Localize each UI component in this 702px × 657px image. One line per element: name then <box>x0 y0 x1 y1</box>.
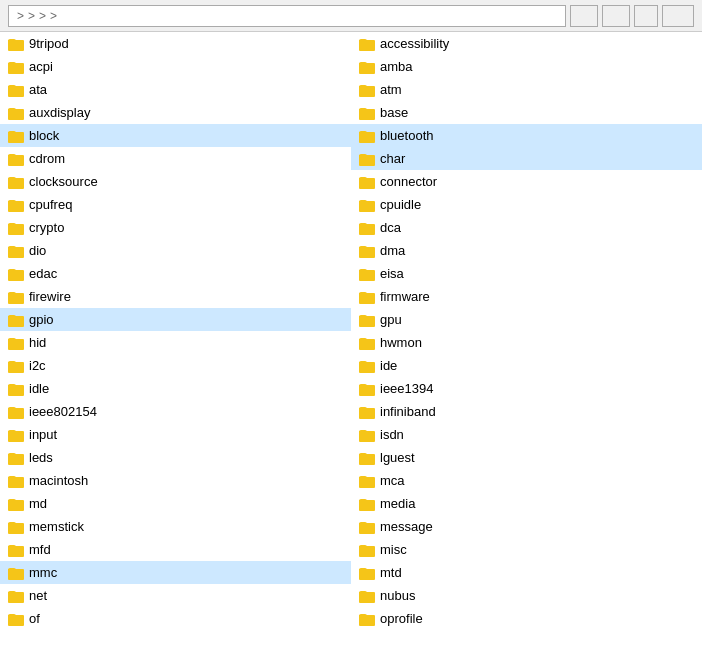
list-item[interactable]: base <box>351 101 702 124</box>
list-item[interactable]: atm <box>351 78 702 101</box>
list-item[interactable]: ide <box>351 354 702 377</box>
list-item[interactable]: media <box>351 492 702 515</box>
folder-name: acpi <box>29 59 53 74</box>
dropdown-button[interactable] <box>570 5 598 27</box>
list-item[interactable]: acpi <box>0 55 351 78</box>
folder-icon <box>359 566 375 580</box>
folder-icon <box>8 244 24 258</box>
folder-icon <box>8 428 24 442</box>
titlebar: > > > > <box>0 0 702 32</box>
folder-icon <box>8 566 24 580</box>
folder-name: char <box>380 151 405 166</box>
list-item[interactable]: ieee802154 <box>0 400 351 423</box>
list-item[interactable]: message <box>351 515 702 538</box>
folder-icon <box>8 37 24 51</box>
folder-icon <box>359 589 375 603</box>
list-item[interactable]: leds <box>0 446 351 469</box>
folder-name: amba <box>380 59 413 74</box>
folder-icon <box>359 336 375 350</box>
list-item[interactable]: cdrom <box>0 147 351 170</box>
folder-icon <box>8 83 24 97</box>
folder-name: memstick <box>29 519 84 534</box>
list-item[interactable]: connector <box>351 170 702 193</box>
folder-name: oprofile <box>380 611 423 626</box>
list-item[interactable]: mca <box>351 469 702 492</box>
folder-icon <box>8 382 24 396</box>
list-item[interactable]: nubus <box>351 584 702 607</box>
list-item[interactable]: dma <box>351 239 702 262</box>
list-item[interactable]: macintosh <box>0 469 351 492</box>
list-item[interactable]: bluetooth <box>351 124 702 147</box>
list-item[interactable]: cpufreq <box>0 193 351 216</box>
folder-name: misc <box>380 542 407 557</box>
folder-name: cpuidle <box>380 197 421 212</box>
folder-name: mca <box>380 473 405 488</box>
folder-name: net <box>29 588 47 603</box>
folder-icon <box>359 83 375 97</box>
folder-name: dma <box>380 243 405 258</box>
breadcrumb[interactable]: > > > > <box>8 5 566 27</box>
list-item[interactable]: md <box>0 492 351 515</box>
folder-icon <box>359 152 375 166</box>
refresh-button[interactable] <box>602 5 630 27</box>
folder-icon <box>8 175 24 189</box>
folder-icon <box>359 474 375 488</box>
list-item[interactable]: net <box>0 584 351 607</box>
list-item[interactable]: eisa <box>351 262 702 285</box>
list-item[interactable]: mmc <box>0 561 351 584</box>
lang-button[interactable] <box>662 5 694 27</box>
list-item[interactable]: ata <box>0 78 351 101</box>
list-item[interactable]: clocksource <box>0 170 351 193</box>
folder-icon <box>359 198 375 212</box>
list-item[interactable]: infiniband <box>351 400 702 423</box>
list-item[interactable]: hwmon <box>351 331 702 354</box>
folder-name: nubus <box>380 588 415 603</box>
list-item[interactable]: idle <box>0 377 351 400</box>
list-item[interactable]: edac <box>0 262 351 285</box>
folder-name: md <box>29 496 47 511</box>
list-item[interactable]: input <box>0 423 351 446</box>
list-item[interactable]: of <box>0 607 351 630</box>
folder-name: bluetooth <box>380 128 434 143</box>
list-item[interactable]: auxdisplay <box>0 101 351 124</box>
list-item[interactable]: misc <box>351 538 702 561</box>
folder-icon <box>359 520 375 534</box>
list-item[interactable]: amba <box>351 55 702 78</box>
list-item[interactable]: mtd <box>351 561 702 584</box>
list-item[interactable]: firmware <box>351 285 702 308</box>
list-item[interactable]: isdn <box>351 423 702 446</box>
folder-name: idle <box>29 381 49 396</box>
list-item[interactable]: char <box>351 147 702 170</box>
folder-icon <box>359 313 375 327</box>
folder-name: base <box>380 105 408 120</box>
list-item[interactable]: hid <box>0 331 351 354</box>
list-item[interactable]: cpuidle <box>351 193 702 216</box>
folder-icon <box>359 267 375 281</box>
list-item[interactable]: 9tripod <box>0 32 351 55</box>
list-item[interactable]: dio <box>0 239 351 262</box>
folder-name: dca <box>380 220 401 235</box>
folder-icon <box>359 451 375 465</box>
list-item[interactable]: ieee1394 <box>351 377 702 400</box>
folder-icon <box>8 313 24 327</box>
list-item[interactable]: crypto <box>0 216 351 239</box>
list-item[interactable]: dca <box>351 216 702 239</box>
list-item[interactable]: gpio <box>0 308 351 331</box>
list-item[interactable]: block <box>0 124 351 147</box>
breadcrumb-sep-4: > <box>50 9 57 23</box>
list-item[interactable]: firewire <box>0 285 351 308</box>
list-item[interactable]: oprofile <box>351 607 702 630</box>
folder-icon <box>8 451 24 465</box>
list-item[interactable]: mfd <box>0 538 351 561</box>
folder-name: macintosh <box>29 473 88 488</box>
list-item[interactable]: lguest <box>351 446 702 469</box>
list-item[interactable]: gpu <box>351 308 702 331</box>
file-list: 9tripodacpiataauxdisplayblockcdromclocks… <box>0 32 702 657</box>
folder-icon <box>359 612 375 626</box>
list-item[interactable]: memstick <box>0 515 351 538</box>
list-item[interactable]: accessibility <box>351 32 702 55</box>
folder-icon <box>8 336 24 350</box>
folder-name: lguest <box>380 450 415 465</box>
list-item[interactable]: i2c <box>0 354 351 377</box>
search-button[interactable] <box>634 5 658 27</box>
